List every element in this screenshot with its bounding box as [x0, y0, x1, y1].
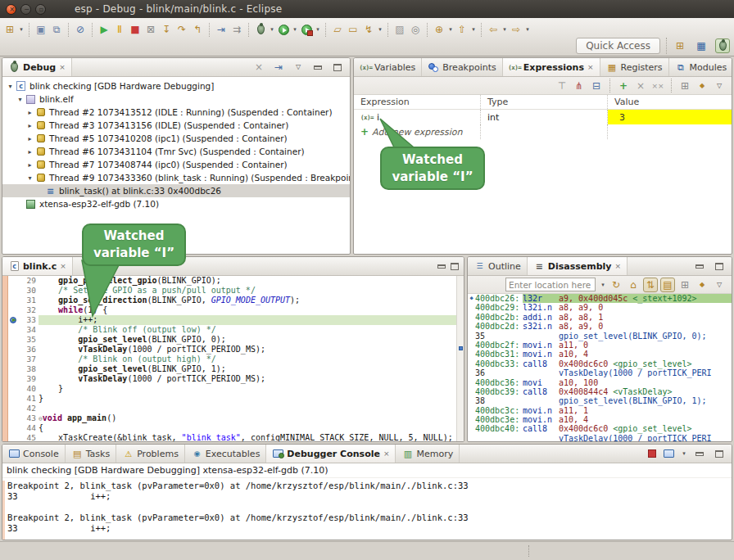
annotation-margin[interactable]: [8, 423, 20, 433]
chevron-down-icon[interactable]: ▾: [269, 26, 275, 33]
overview-marker[interactable]: [459, 346, 463, 350]
back-icon[interactable]: ⇦: [486, 22, 501, 37]
tab-modules[interactable]: ⧉Modules: [669, 58, 732, 76]
column-expression[interactable]: Expression: [354, 95, 481, 109]
code-line[interactable]: 41}: [8, 394, 456, 404]
mark-occurrences-icon[interactable]: ▨: [392, 22, 407, 37]
pin-editor-icon[interactable]: ⊕: [432, 22, 446, 37]
disassembly-row[interactable]: 400dbc31:movi.na10, 4: [468, 350, 732, 359]
column-value[interactable]: Value: [608, 95, 732, 109]
suspend-icon[interactable]: Ⅱ: [112, 22, 127, 37]
chevron-down-icon[interactable]: ▾: [315, 26, 321, 33]
debug-tree-row[interactable]: ▸Thread #7 1073408744 (ipc0) (Suspended …: [2, 158, 350, 171]
minimize-icon[interactable]: [692, 259, 707, 273]
chevron-down-icon[interactable]: ▾: [447, 26, 454, 33]
disconnect-icon[interactable]: ⊠: [143, 22, 158, 37]
problems-icon[interactable]: ⚠: [122, 449, 134, 459]
disassembly-row[interactable]: 36vTaskDelay(1000 / portTICK_PERI: [468, 368, 732, 377]
debug-tree-row[interactable]: ▸Thread #5 1073410208 (ipc1) (Suspended …: [2, 132, 350, 145]
debug-launch-icon[interactable]: [253, 22, 268, 37]
code-line[interactable]: 44{: [8, 423, 456, 433]
tree-expander-icon[interactable]: ▾: [6, 83, 15, 90]
minimize-icon[interactable]: [437, 264, 446, 269]
tab-disassembly[interactable]: ≡Disassembly×: [528, 257, 628, 275]
home-icon[interactable]: ⌂: [626, 278, 641, 292]
debug-tree-row[interactable]: xtensa-esp32-elf-gdb (7.10): [2, 197, 350, 210]
debug-tree-row[interactable]: ▾cblink checking [GDB Hardware Debugging…: [2, 79, 350, 93]
disassembly-listing[interactable]: ◆400dbc26:l32ra9, 0x400d045c <_stext+109…: [468, 294, 732, 442]
chevron-down-icon[interactable]: ▾: [377, 26, 383, 33]
tab-registers[interactable]: ▦Registers: [600, 58, 669, 76]
disassembly-row[interactable]: 400dbc40:call80x400dc6c0 <gpio_set_level…: [468, 424, 732, 433]
annotation-margin[interactable]: [8, 335, 20, 345]
tab-tasks[interactable]: ▤Tasks: [66, 445, 116, 463]
quick-access-button[interactable]: Quick Access: [576, 38, 660, 54]
refresh-icon[interactable]: ↻: [609, 278, 623, 292]
close-icon[interactable]: ×: [60, 262, 66, 270]
pin-view-icon[interactable]: ◆: [695, 79, 709, 93]
tree-expander-icon[interactable]: ▾: [25, 174, 34, 182]
code-line[interactable]: 32 while(1) {: [8, 305, 456, 315]
close-icon[interactable]: ×: [59, 63, 66, 71]
tab-problems[interactable]: ⚠Problems: [116, 445, 185, 463]
disassembly-row[interactable]: 38gpio_set_level(BLINK_GPIO, 1);: [468, 396, 732, 405]
modules-icon[interactable]: ⧉: [675, 62, 687, 73]
tab-variables[interactable]: (x)=Variables: [354, 58, 422, 76]
tab-outline[interactable]: ☰Outline: [468, 257, 528, 275]
move-to-line-icon[interactable]: ⇉: [229, 22, 244, 37]
code-line[interactable]: 38 gpio_set_level(BLINK_GPIO, 1);: [8, 364, 456, 374]
pin-view-icon[interactable]: ◆: [695, 278, 709, 292]
view-menu-icon[interactable]: ▽: [291, 60, 306, 75]
tab-blink-c[interactable]: c blink.c×: [2, 257, 73, 275]
annotation-margin[interactable]: [8, 364, 20, 374]
instruction-stepping-mode-icon[interactable]: ⇥: [271, 60, 286, 75]
annotation-margin[interactable]: [8, 355, 20, 364]
tasks-icon[interactable]: ▤: [71, 449, 84, 459]
editor-range-indicator[interactable]: [2, 276, 8, 442]
add-expression-row[interactable]: +Add new expression: [354, 124, 732, 139]
chevron-down-icon[interactable]: ▾: [600, 282, 606, 288]
debugger-console-icon[interactable]: [272, 449, 284, 459]
disassembly-row[interactable]: 400dbc3e:movi.na10, 4: [468, 415, 732, 424]
collapse-all-icon[interactable]: ⊟: [589, 79, 604, 93]
debug-tree-row[interactable]: ▾blink.elf: [2, 93, 350, 106]
display-selected-console-icon[interactable]: [661, 446, 676, 461]
disassembly-row[interactable]: 400dbc2b:addi.na8, a8, 1: [468, 313, 732, 322]
breakpoints-icon[interactable]: [428, 62, 440, 73]
disassembly-row[interactable]: 35gpio_set_level(BLINK_GPIO, 0);: [468, 332, 732, 341]
column-type[interactable]: Type: [481, 95, 608, 109]
value-cell[interactable]: 3: [608, 110, 732, 124]
code-line[interactable]: 39 vTaskDelay(1000 / portTICK_PERIOD_MS)…: [8, 374, 456, 384]
sync-active-context-icon[interactable]: ⇅: [643, 278, 658, 292]
annotation-margin[interactable]: [8, 404, 20, 413]
tab-executables[interactable]: ◉Executables: [185, 445, 267, 463]
variables-icon[interactable]: (x)=: [360, 62, 372, 73]
code-line[interactable]: 37 /* Blink on (output high) */: [8, 355, 456, 364]
disassembly-icon[interactable]: ≡: [533, 261, 546, 272]
registers-icon[interactable]: ▦: [606, 62, 618, 73]
annotation-margin[interactable]: [8, 384, 20, 394]
disassembly-row[interactable]: 400dbc39:call80x400844c4 <vTaskDelay>: [468, 387, 732, 396]
debug-tree-row[interactable]: ≡blink_task() at blink.c:33 0x400dbc26: [2, 184, 350, 197]
code-line[interactable]: 45 xTaskCreate(&blink_task, "blink_task"…: [8, 433, 456, 442]
minimize-icon[interactable]: [692, 446, 707, 461]
code-line[interactable]: 40 }: [8, 384, 456, 394]
minimize-icon[interactable]: [310, 60, 325, 75]
disassembly-row[interactable]: 400dbc33:call80x400dc6c0 <gpio_set_level…: [468, 359, 732, 368]
step-return-icon[interactable]: ↰: [190, 22, 205, 37]
view-menu-icon[interactable]: ▽: [712, 278, 727, 292]
new-wizard-icon[interactable]: ⊞: [2, 22, 17, 37]
tree-expander-icon[interactable]: ▸: [25, 122, 34, 129]
close-button[interactable]: ×: [6, 4, 16, 15]
disassembly-row[interactable]: ◆400dbc26:l32ra9, 0x400d045c <_stext+109…: [468, 294, 732, 303]
maximize-button[interactable]: ▫: [35, 4, 46, 15]
overview-ruler[interactable]: [456, 276, 464, 442]
save-all-icon[interactable]: ⧉: [49, 22, 64, 37]
code-line[interactable]: 30 /* Set the GPIO as a push/pull output…: [8, 286, 456, 296]
tab-expressions[interactable]: (x)=Expressions×: [503, 58, 600, 76]
debug-tree-row[interactable]: ▸Thread #3 1073413156 (IDLE) (Suspended …: [2, 119, 350, 132]
show-type-names-icon[interactable]: ⊤: [555, 79, 569, 93]
maximize-icon[interactable]: [330, 60, 345, 75]
open-perspective-icon[interactable]: ⊞: [673, 38, 687, 53]
console-output[interactable]: Breakpoint 2, blink_task (pvParameter=0x…: [5, 481, 732, 540]
